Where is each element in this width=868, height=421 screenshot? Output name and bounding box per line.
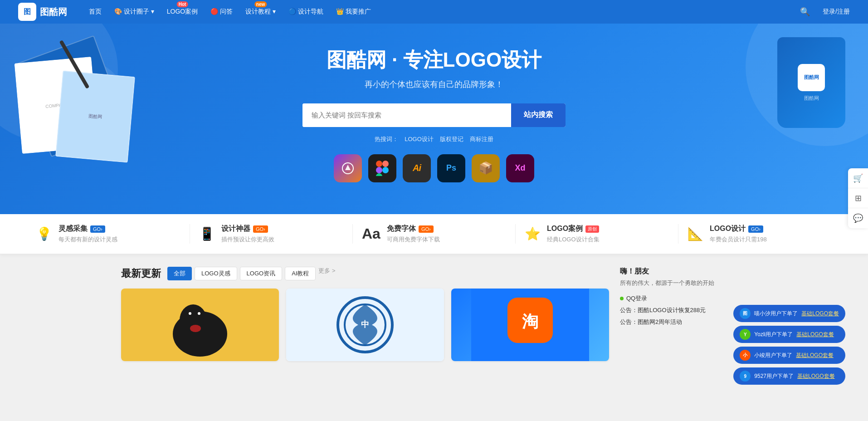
xd-icon[interactable]: Xd: [506, 154, 534, 182]
tab-more[interactable]: 更多 >: [318, 267, 335, 280]
feature-fonts[interactable]: Aa 免费字体 GO› 可商用免费字体下载: [353, 224, 516, 244]
float-cart-button[interactable]: 🛒: [848, 168, 868, 188]
svg-rect-5: [376, 173, 382, 176]
popup-link-0[interactable]: 基础LOGO套餐: [801, 310, 839, 318]
section-header-latest: 最新更新 全部 LOGO灵感 LOGO资讯 AI教程 更多 >: [121, 267, 609, 280]
cards-grid: 中 淘: [121, 289, 609, 361]
hot-words: 热搜词： LOGO设计 版权登记 商标注册: [375, 135, 493, 143]
tab-all[interactable]: 全部: [167, 267, 192, 280]
search-icon[interactable]: 🔍: [800, 7, 810, 17]
star-icon: ⭐: [525, 226, 541, 241]
feature-go-tools[interactable]: GO›: [253, 225, 268, 233]
nav-design-nav[interactable]: 🔵 设计导航: [288, 8, 323, 16]
popup-avatar-1: Y: [740, 329, 751, 340]
feature-go-inspiration[interactable]: GO›: [90, 225, 105, 233]
archive-icon[interactable]: 📦: [472, 154, 500, 182]
photoshop-icon[interactable]: Ps: [437, 154, 465, 182]
float-grid-button[interactable]: ⊞: [848, 188, 868, 208]
search-button[interactable]: 站内搜索: [511, 103, 566, 127]
popup-notif-3[interactable]: 9 9527用户下单了 基础LOGO套餐: [733, 367, 845, 374]
popup-notif-1[interactable]: Y Yozli用户下单了 基础LOGO套餐: [733, 326, 845, 343]
hot-word-copyright[interactable]: 版权登记: [440, 135, 463, 143]
card-2[interactable]: 中: [286, 289, 444, 361]
status-dot: [620, 297, 624, 300]
sidebar-notice-2[interactable]: 公告：图酷网2周年活动: [620, 318, 747, 326]
float-sidebar: 🛒 ⊞ 💬: [848, 168, 868, 228]
logo-area[interactable]: 图 图酷网: [18, 3, 67, 21]
hero-decoration-cup: 图酷网 图酷网: [777, 37, 845, 128]
tab-logo-news[interactable]: LOGO资讯: [240, 267, 283, 280]
tab-group-latest: 全部 LOGO灵感 LOGO资讯 AI教程 更多 >: [167, 267, 336, 280]
nav-promote[interactable]: 👑 我要推广: [336, 8, 371, 16]
svg-rect-4: [376, 167, 382, 173]
hero-title: 图酷网 · 专注LOGO设计: [327, 47, 541, 73]
popup-link-2[interactable]: 基础LOGO套餐: [796, 352, 834, 359]
svg-text:淘: 淘: [522, 312, 538, 331]
popup-notif-0[interactable]: 图 喵小汐用户下单了 基础LOGO套餐: [733, 305, 845, 322]
hot-word-trademark[interactable]: 商标注册: [470, 135, 493, 143]
svg-text:中: 中: [361, 320, 369, 329]
sidebar-notice-1[interactable]: 公告：图酷LOGO设计恢复288元: [620, 306, 747, 314]
card-img-taobao: 淘: [451, 289, 609, 361]
illustrator-icon[interactable]: Ai: [403, 154, 431, 182]
feature-name-tools: 设计神器: [221, 224, 250, 234]
svg-marker-1: [345, 165, 351, 170]
feature-desc-inspiration: 每天都有新的设计灵感: [59, 235, 117, 244]
feature-logo-design[interactable]: 📐 LOGO设计 GO› 年费会员设计只需198: [678, 224, 841, 244]
feature-bar: 💡 灵感采集 GO› 每天都有新的设计灵感 📱 设计神器 GO› 插件预设让你更…: [0, 214, 868, 254]
float-chat-button[interactable]: 💬: [848, 208, 868, 228]
original-badge: 原创: [585, 225, 599, 233]
feature-desc-tools: 插件预设让你更高效: [221, 235, 274, 244]
feature-inspiration[interactable]: 💡 灵感采集 GO› 每天都有新的设计灵感: [27, 224, 190, 244]
sidebar-sub: 所有的伟大，都源于一个勇敢的开始: [620, 279, 747, 287]
feature-name-logo-design: LOGO设计: [710, 224, 746, 234]
nav-home[interactable]: 首页: [89, 8, 102, 16]
nav-qa[interactable]: 🔴 问答: [210, 8, 233, 16]
feature-name-inspiration: 灵感采集: [59, 224, 88, 234]
popup-link-1[interactable]: 基础LOGO套餐: [796, 331, 834, 338]
nav-design-circle[interactable]: 🎨 设计圈子 ▾: [114, 8, 154, 16]
font-icon: Aa: [362, 225, 380, 242]
feature-go-logo-design[interactable]: GO›: [748, 225, 763, 233]
search-bar: 站内搜索: [302, 103, 566, 127]
tab-logo-inspiration[interactable]: LOGO灵感: [195, 267, 237, 280]
ruler-icon: 📐: [688, 226, 703, 241]
feature-tools[interactable]: 📱 设计神器 GO› 插件预设让你更高效: [190, 224, 353, 244]
feature-desc-logo-cases: 经典LOGO设计合集: [547, 235, 600, 244]
svg-point-10: [183, 308, 194, 322]
feature-name-logo-cases: LOGO案例: [547, 224, 583, 234]
popup-notifications: 图 喵小汐用户下单了 基础LOGO套餐 Y Yozli用户下单了 基础LOGO套…: [733, 305, 845, 374]
sidebar-status-qq[interactable]: QQ登录: [620, 294, 747, 303]
feature-name-fonts: 免费字体: [387, 224, 416, 234]
card-img-dog: [121, 289, 279, 361]
bulb-icon: 💡: [36, 226, 52, 241]
card-img-logo: 中: [286, 289, 444, 361]
main-content: 最新更新 全部 LOGO灵感 LOGO资讯 AI教程 更多 >: [107, 254, 761, 374]
blender-icon[interactable]: [334, 154, 362, 182]
section-title-latest: 最新更新: [121, 267, 161, 280]
feature-desc-fonts: 可商用免费字体下载: [387, 235, 440, 244]
logo-icon: 图: [18, 3, 36, 21]
nav-logo-cases[interactable]: Hot LOGO案例: [167, 8, 198, 16]
figma-icon[interactable]: [368, 154, 396, 182]
card-1[interactable]: [121, 289, 279, 361]
popup-notif-2[interactable]: 小 小竣用户下单了 基础LOGO套餐: [733, 347, 845, 364]
nav-tutorial[interactable]: new 设计教程 ▾: [245, 8, 276, 16]
search-input[interactable]: [302, 103, 511, 127]
tool-icons: Ai Ps 📦 Xd: [334, 154, 534, 182]
feature-go-fonts[interactable]: GO›: [419, 225, 434, 233]
hot-word-logo[interactable]: LOGO设计: [405, 135, 434, 143]
feature-logo-cases[interactable]: ⭐ LOGO案例 原创 经典LOGO设计合集: [516, 224, 678, 244]
phone-icon: 📱: [199, 226, 215, 241]
login-button[interactable]: 登录/注册: [823, 8, 850, 16]
svg-rect-2: [376, 161, 382, 167]
svg-point-14: [190, 325, 201, 332]
popup-link-3[interactable]: 基础LOGO套餐: [797, 372, 835, 374]
tab-ai-tutorial[interactable]: AI教程: [285, 267, 316, 280]
content-right: 嗨！朋友 所有的伟大，都源于一个勇敢的开始 QQ登录 公告：图酷LOGO设计恢复…: [620, 267, 747, 361]
navbar: 图 图酷网 首页 🎨 设计圈子 ▾ Hot LOGO案例 🔴 问答 new 设计…: [0, 0, 868, 24]
svg-point-13: [198, 312, 200, 315]
content-left: 最新更新 全部 LOGO灵感 LOGO资讯 AI教程 更多 >: [121, 267, 609, 361]
feature-desc-logo-design: 年费会员设计只需198: [710, 235, 767, 244]
card-3[interactable]: 淘: [451, 289, 609, 361]
